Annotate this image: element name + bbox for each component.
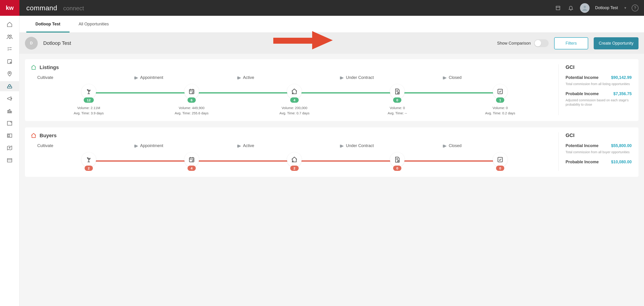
stage-label: Under Contract — [346, 144, 374, 148]
stage-avg-time: Avg. Time: 0.2 days — [485, 111, 515, 115]
gci-title: GCI — [566, 132, 632, 138]
probable-income-value: $10,080.00 — [611, 160, 632, 164]
svg-rect-14 — [7, 158, 12, 162]
buyers-stage-active[interactable]: Active▮▶ 2 — [243, 144, 346, 171]
svg-point-5 — [9, 72, 10, 74]
svg-point-16 — [192, 92, 194, 94]
svg-point-20 — [192, 160, 194, 162]
sidebar-location-icon[interactable] — [0, 69, 20, 79]
stage-volume: Volume: 200,000 — [282, 106, 307, 110]
help-icon[interactable]: ? — [632, 4, 638, 12]
sidebar-tasks-icon[interactable] — [0, 44, 20, 54]
closed-icon — [493, 152, 508, 167]
stage-arrow-icon: ▮▶ — [340, 144, 343, 148]
stage-label: Active — [243, 75, 254, 80]
stage-avg-time: Avg. Time: -- — [388, 111, 407, 115]
topbar: kw command connect Dotloop Test ▾ ? — [0, 0, 644, 16]
listings-house-icon — [30, 64, 37, 71]
stage-count: 12 — [84, 98, 94, 103]
svg-rect-18 — [498, 89, 502, 94]
stage-count: 2 — [84, 166, 93, 171]
tab-dotloop-test[interactable]: Dotloop Test — [26, 16, 70, 32]
sidebar-designs-icon[interactable] — [0, 118, 20, 128]
buyers-stage-under-contract[interactable]: Under Contract▮▶ 0 — [346, 144, 449, 171]
stage-count: 4 — [290, 98, 298, 103]
create-opportunity-button[interactable]: Create Opportunity — [594, 37, 638, 50]
potential-income-desc: Total commission from all buyer opportun… — [566, 150, 632, 154]
chevron-down-icon[interactable]: ▾ — [624, 6, 626, 10]
listings-stage-cultivate[interactable]: Cultivate▮▶ 12 Volume: 2.11M Avg. Time: … — [37, 75, 140, 115]
sidebar-contacts-icon[interactable] — [0, 32, 20, 42]
filters-button[interactable]: Filters — [554, 37, 588, 50]
sidebar-reports-icon[interactable] — [0, 106, 20, 116]
contract-icon — [390, 152, 404, 167]
stage-avg-time: Avg. Time: 255.6 days — [175, 111, 208, 115]
sidebar-consumer-icon[interactable] — [0, 155, 20, 165]
gci-title: GCI — [566, 64, 632, 70]
brand-connect[interactable]: connect — [63, 5, 84, 12]
sidebar-map-icon[interactable] — [0, 143, 20, 153]
main: Dotloop Test All Opportunities D Dotloop… — [20, 16, 644, 306]
svg-rect-22 — [498, 157, 502, 162]
stage-label: Active — [243, 144, 254, 148]
stage-volume: Volume: 0 — [390, 106, 405, 110]
marketplace-icon[interactable] — [554, 4, 562, 12]
brand-command[interactable]: command — [26, 4, 57, 12]
svg-rect-9 — [10, 111, 12, 113]
stage-label: Cultivate — [37, 75, 53, 80]
sidebar-campaigns-icon[interactable] — [0, 94, 20, 104]
annotation-arrow — [273, 33, 337, 49]
cultivate-icon — [82, 152, 96, 167]
svg-point-1 — [8, 35, 10, 36]
sidebar-smartplans-icon[interactable] — [0, 56, 20, 66]
listings-stage-closed[interactable]: Closed▮▶ 1 Volume: 0 Avg. Time: 0.2 days — [449, 75, 552, 115]
listings-stage-active[interactable]: Active▮▶ 4 Volume: 200,000 Avg. Time: 0.… — [243, 75, 346, 115]
user-avatar[interactable] — [580, 3, 590, 13]
kw-logo[interactable]: kw — [0, 0, 20, 16]
potential-income-label: Potential Income — [566, 144, 598, 148]
show-comparison-toggle[interactable] — [534, 39, 549, 47]
stage-arrow-icon: ▮▶ — [442, 144, 446, 148]
stage-arrow-icon: ▮▶ — [237, 76, 240, 80]
sidebar-listings-icon[interactable] — [0, 130, 20, 141]
stage-volume: Volume: 449,900 — [178, 106, 204, 110]
user-name[interactable]: Dotloop Test — [595, 6, 618, 10]
brand-row: command connect — [20, 4, 84, 12]
page-header: D Dotloop Test Show Comparison Filters C… — [20, 33, 644, 54]
stage-count: 1 — [496, 98, 504, 103]
svg-rect-15 — [189, 90, 194, 94]
active-icon — [287, 152, 302, 167]
listings-stage-appointment[interactable]: Appointment▮▶ 6 Volume: 449,900 Avg. Tim… — [140, 75, 243, 115]
stage-label: Closed — [449, 75, 462, 80]
buyers-title: Buyers — [40, 133, 57, 138]
bell-icon[interactable] — [567, 4, 574, 12]
buyers-gci-panel: GCI Potential Income $55,800.00 Total co… — [558, 132, 636, 171]
tab-all-opportunities[interactable]: All Opportunities — [70, 16, 118, 32]
page-title: Dotloop Test — [43, 40, 71, 46]
buyers-stage-closed[interactable]: Closed▮▶ 0 — [449, 144, 552, 171]
probable-income-label: Probable Income — [566, 92, 599, 96]
probable-income-label: Probable Income — [566, 160, 599, 164]
svg-rect-10 — [7, 121, 12, 125]
potential-income-desc: Total commission from all listing opport… — [566, 82, 632, 86]
listings-gci-panel: GCI Potential Income $90,142.99 Total co… — [558, 64, 636, 115]
active-icon — [287, 84, 302, 99]
appointment-icon — [184, 152, 199, 167]
buyers-stage-cultivate[interactable]: Cultivate▮▶ 2 — [37, 144, 140, 171]
sidebar-home-icon[interactable] — [0, 20, 20, 30]
show-comparison-text: Show Comparison — [497, 41, 531, 46]
page-avatar: D — [25, 37, 38, 50]
buyers-stage-appointment[interactable]: Appointment▮▶ 4 — [140, 144, 243, 171]
stage-label: Closed — [449, 144, 462, 148]
listings-stage-under-contract[interactable]: Under Contract▮▶ 0 Volume: 0 Avg. Time: … — [346, 75, 449, 115]
sidebar-opportunities-icon[interactable] — [0, 81, 20, 91]
potential-income-value: $90,142.99 — [611, 75, 632, 80]
stage-volume: Volume: 0 — [492, 106, 508, 110]
potential-income-label: Potential Income — [566, 75, 598, 80]
probable-income-value: $7,356.75 — [613, 92, 632, 96]
svg-point-13 — [9, 147, 10, 148]
show-comparison-label: Show Comparison — [497, 39, 549, 47]
stage-arrow-icon: ▮▶ — [134, 76, 138, 80]
probable-income-desc: Adjusted commission based on each stage'… — [566, 98, 632, 107]
stage-label: Under Contract — [346, 75, 374, 80]
